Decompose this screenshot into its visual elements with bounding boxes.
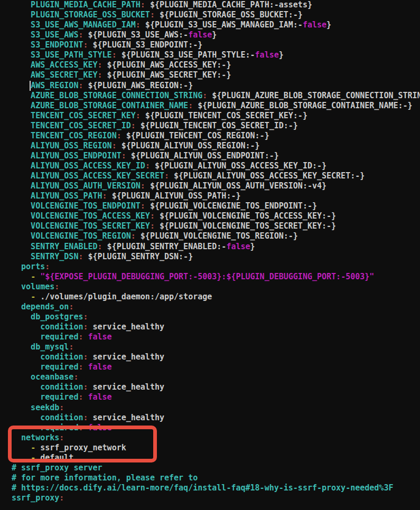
code-line[interactable]: # https://docs.dify.ai/learn-more/faq/in… — [12, 483, 420, 493]
code-line[interactable]: VOLCENGINE_TOS_ENDPOINT: ${PLUGIN_VOLCEN… — [12, 201, 420, 211]
code-token: condition — [12, 322, 83, 332]
code-token: db_postgres — [12, 312, 83, 322]
code-line[interactable]: depends_on: — [12, 302, 420, 312]
code-token: : — [98, 70, 102, 80]
code-token: PLUGIN_MEDIA_CACHE_PATH — [12, 0, 141, 10]
code-token: - — [31, 272, 35, 281]
code-token: S3_USE_AWS — [12, 30, 78, 40]
code-line[interactable]: TENCENT_COS_SECRET_ID: ${PLUGIN_TENCENT_… — [12, 121, 420, 131]
code-token: ALIYUN_OSS_ACCESS_KEY_SECRET — [12, 171, 164, 181]
code-line[interactable]: db_mysql: — [12, 342, 420, 352]
code-line[interactable]: S3_ENDPOINT: ${PLUGIN_S3_ENDPOINT:-} — [12, 40, 420, 50]
code-line[interactable]: seekdb: — [12, 403, 420, 413]
code-token: ${PLUGIN_VOLCENGINE_TOS_SECRET_KEY:-} — [155, 221, 336, 231]
code-token: ALIYUN_OSS_AUTH_VERSION — [12, 181, 141, 191]
code-token: ${PLUGIN_AZURE_BLOB_STORAGE_CONNECTION_S… — [207, 91, 420, 100]
code-line[interactable]: SENTRY_ENABLED: ${PLUGIN_SENTRY_ENABLED:… — [12, 242, 420, 252]
code-line[interactable]: # for more information, please refer to — [12, 473, 420, 483]
code-token: ./volumes/plugin_daemon:/app/storage — [35, 292, 212, 301]
code-line[interactable]: ssrf_proxy: — [12, 493, 420, 503]
code-line[interactable]: S3_USE_AWS: ${PLUGIN_S3_USE_AWS:-false} — [12, 30, 420, 40]
code-token: ${PLUGIN_ALIYUN_OSS_AUTH_VERSION:-v4} — [145, 181, 326, 191]
code-line[interactable]: db_postgres: — [12, 312, 420, 322]
code-line[interactable]: ALIYUN_OSS_ENDPOINT: ${PLUGIN_ALIYUN_OSS… — [12, 151, 420, 161]
code-token: ${PLUGIN_MEDIA_CACHE_PATH:-assets} — [145, 0, 312, 10]
code-line[interactable]: AWS_REGION: ${PLUGIN_AWS_REGION:-} — [12, 81, 420, 91]
code-token: } — [250, 242, 255, 251]
code-token: : — [131, 231, 136, 241]
code-line[interactable]: volumes: — [12, 282, 420, 292]
code-token: : — [73, 372, 78, 382]
code-line[interactable]: # ssrf_proxy server — [12, 463, 420, 473]
code-token: ${PLUGIN_S3_USE_PATH_STYLE:- — [117, 50, 255, 60]
code-line[interactable]: oceanbase: — [12, 372, 420, 382]
code-line[interactable]: condition: service_healthy — [12, 322, 420, 332]
code-token: AZURE_BLOB_STORAGE_CONNECTION_STRING — [12, 91, 202, 100]
code-token: VOLCENGINE_TOS_REGION — [12, 231, 131, 241]
code-token: SENTRY_DSN — [12, 252, 78, 261]
code-token: ${PLUGIN_TENCENT_COS_REGION:-} — [122, 131, 269, 140]
code-token: S3_USE_AWS_MANAGED_IAM — [12, 20, 136, 30]
code-line[interactable]: ALIYUN_OSS_ACCESS_KEY_SECRET: ${PLUGIN_A… — [12, 171, 420, 181]
code-line[interactable]: VOLCENGINE_TOS_REGION: ${PLUGIN_VOLCENGI… — [12, 231, 420, 241]
code-token — [12, 272, 31, 281]
code-token: : — [45, 262, 50, 271]
code-line[interactable]: required: false — [12, 392, 420, 402]
code-line[interactable]: PLUGIN_STORAGE_OSS_BUCKET: ${PLUGIN_STOR… — [12, 10, 420, 20]
code-token: condition — [12, 382, 83, 392]
code-line[interactable]: - "${EXPOSE_PLUGIN_DEBUGGING_PORT:-5003}… — [12, 272, 420, 282]
code-line[interactable]: S3_USE_AWS_MANAGED_IAM: ${PLUGIN_S3_USE_… — [12, 20, 420, 30]
code-token: : — [102, 191, 107, 201]
code-line[interactable]: condition: service_healthy — [12, 382, 420, 392]
code-token: false — [188, 30, 212, 40]
code-token: : — [150, 221, 155, 231]
code-token: ${PLUGIN_AWS_ACCESS_KEY:-} — [102, 60, 231, 70]
code-token: : — [164, 171, 169, 181]
code-token: : — [83, 413, 88, 422]
code-token: required — [12, 392, 78, 402]
code-token: : — [83, 352, 88, 362]
code-line[interactable]: ALIYUN_OSS_AUTH_VERSION: ${PLUGIN_ALIYUN… — [12, 181, 420, 191]
code-token: ${PLUGIN_STORAGE_OSS_BUCKET:-} — [155, 10, 303, 20]
code-token: : — [69, 342, 73, 352]
code-token: PLUGIN_STORAGE_OSS_BUCKET — [12, 10, 150, 20]
code-line[interactable]: condition: service_healthy — [12, 413, 420, 423]
code-line[interactable]: ALIYUN_OSS_ACCESS_KEY_ID: ${PLUGIN_ALIYU… — [12, 161, 420, 171]
code-line[interactable]: TENCENT_COS_SECRET_KEY: ${PLUGIN_TENCENT… — [12, 111, 420, 121]
code-line[interactable]: ports: — [12, 262, 420, 272]
code-line[interactable]: SENTRY_DSN: ${PLUGIN_SENTRY_DSN:-} — [12, 252, 420, 262]
code-line[interactable]: ALIYUN_OSS_REGION: ${PLUGIN_ALIYUN_OSS_R… — [12, 141, 420, 151]
code-line[interactable]: TENCENT_COS_REGION: ${PLUGIN_TENCENT_COS… — [12, 131, 420, 141]
code-token: seekdb — [12, 403, 59, 412]
code-token — [83, 392, 88, 402]
code-token: volumes — [12, 282, 54, 291]
code-token: : — [59, 493, 64, 503]
code-line[interactable]: required: false — [12, 332, 420, 342]
code-token: ${PLUGIN_S3_USE_AWS_MANAGED_IAM:- — [141, 20, 303, 30]
code-token: : — [136, 20, 141, 30]
code-line[interactable]: - ./volumes/plugin_daemon:/app/storage — [12, 292, 420, 302]
code-token: : — [98, 60, 102, 70]
code-line[interactable]: ALIYUN_OSS_PATH: ${PLUGIN_ALIYUN_OSS_PAT… — [12, 191, 420, 201]
code-token: TENCENT_COS_SECRET_KEY — [12, 111, 136, 120]
code-token: required — [12, 362, 78, 372]
code-line[interactable]: AZURE_BLOB_STORAGE_CONNECTION_STRING: ${… — [12, 91, 420, 101]
code-line[interactable]: S3_USE_PATH_STYLE: ${PLUGIN_S3_USE_PATH_… — [12, 50, 420, 60]
code-token: - — [31, 292, 35, 301]
code-token: ${PLUGIN_VOLCENGINE_TOS_ENDPOINT:-} — [145, 201, 317, 211]
code-line[interactable]: VOLCENGINE_TOS_SECRET_KEY: ${PLUGIN_VOLC… — [12, 221, 420, 231]
code-line[interactable]: PLUGIN_MEDIA_CACHE_PATH: ${PLUGIN_MEDIA_… — [12, 0, 420, 10]
code-line[interactable]: VOLCENGINE_TOS_ACCESS_KEY: ${PLUGIN_VOLC… — [12, 211, 420, 221]
code-line[interactable]: AWS_SECRET_KEY: ${PLUGIN_AWS_SECRET_KEY:… — [12, 70, 420, 80]
code-line[interactable]: required: false — [12, 362, 420, 372]
code-token: required — [12, 332, 78, 342]
code-token: db_mysql — [12, 342, 69, 352]
code-token: } — [279, 50, 284, 60]
code-line[interactable]: AZURE_BLOB_STORAGE_CONTAINER_NAME: ${PLU… — [12, 101, 420, 111]
code-token — [83, 332, 88, 342]
code-token: ${PLUGIN_AWS_REGION:-} — [83, 81, 193, 90]
code-line[interactable]: condition: service_healthy — [12, 352, 420, 362]
code-token: ALIYUN_OSS_ACCESS_KEY_ID — [12, 161, 145, 171]
code-line[interactable]: AWS_ACCESS_KEY: ${PLUGIN_AWS_ACCESS_KEY:… — [12, 60, 420, 70]
code-token: AWS_REGION — [31, 81, 78, 90]
